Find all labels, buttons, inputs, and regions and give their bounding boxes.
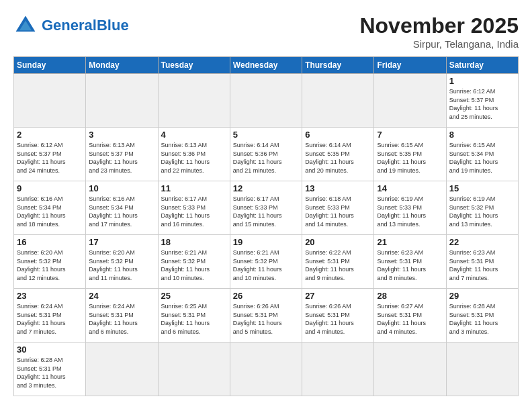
month-title: November 2025 [359,13,519,38]
day-number: 3 [89,130,154,140]
day-number: 18 [161,237,227,247]
day-number: 19 [233,237,299,247]
day-info: Sunrise: 6:12 AM Sunset: 5:37 PM Dayligh… [17,141,83,175]
day-cell: 15Sunrise: 6:19 AM Sunset: 5:32 PM Dayli… [446,181,518,235]
day-number: 11 [161,183,227,193]
logo-general: General [42,17,97,34]
day-cell: 4Sunrise: 6:13 AM Sunset: 5:36 PM Daylig… [158,128,230,181]
day-info: Sunrise: 6:14 AM Sunset: 5:36 PM Dayligh… [233,141,299,175]
day-cell: 16Sunrise: 6:20 AM Sunset: 5:32 PM Dayli… [14,235,86,289]
day-info: Sunrise: 6:21 AM Sunset: 5:32 PM Dayligh… [233,248,299,282]
header: GeneralBlue November 2025 Sirpur, Telang… [13,13,519,50]
col-header-monday: Monday [86,57,158,74]
day-number: 23 [17,291,83,301]
day-cell [158,342,230,396]
col-header-saturday: Saturday [446,57,518,74]
day-cell [446,342,518,396]
day-info: Sunrise: 6:26 AM Sunset: 5:31 PM Dayligh… [305,302,371,336]
day-number: 8 [449,130,515,140]
day-info: Sunrise: 6:15 AM Sunset: 5:34 PM Dayligh… [449,141,515,175]
day-number: 6 [305,130,371,140]
day-cell: 6Sunrise: 6:14 AM Sunset: 5:35 PM Daylig… [302,128,374,181]
day-number: 27 [305,291,371,301]
day-cell: 9Sunrise: 6:16 AM Sunset: 5:34 PM Daylig… [14,181,86,235]
calendar: SundayMondayTuesdayWednesdayThursdayFrid… [13,56,519,396]
day-cell: 13Sunrise: 6:18 AM Sunset: 5:33 PM Dayli… [302,181,374,235]
day-cell: 29Sunrise: 6:28 AM Sunset: 5:31 PM Dayli… [446,289,518,342]
day-info: Sunrise: 6:22 AM Sunset: 5:31 PM Dayligh… [305,248,371,282]
day-cell: 7Sunrise: 6:15 AM Sunset: 5:35 PM Daylig… [374,128,446,181]
calendar-header-row: SundayMondayTuesdayWednesdayThursdayFrid… [14,57,519,74]
day-info: Sunrise: 6:27 AM Sunset: 5:31 PM Dayligh… [377,302,443,336]
col-header-sunday: Sunday [14,57,86,74]
day-cell [302,342,374,396]
day-info: Sunrise: 6:12 AM Sunset: 5:37 PM Dayligh… [449,87,515,121]
day-info: Sunrise: 6:24 AM Sunset: 5:31 PM Dayligh… [89,302,154,336]
day-info: Sunrise: 6:19 AM Sunset: 5:33 PM Dayligh… [377,195,443,228]
day-number: 20 [305,237,371,247]
day-cell: 14Sunrise: 6:19 AM Sunset: 5:33 PM Dayli… [374,181,446,235]
day-cell: 27Sunrise: 6:26 AM Sunset: 5:31 PM Dayli… [302,289,374,342]
day-info: Sunrise: 6:17 AM Sunset: 5:33 PM Dayligh… [161,195,227,228]
day-cell [14,74,86,128]
day-number: 1 [449,76,515,86]
week-row-2: 2Sunrise: 6:12 AM Sunset: 5:37 PM Daylig… [14,128,519,181]
day-info: Sunrise: 6:24 AM Sunset: 5:31 PM Dayligh… [17,302,83,336]
day-info: Sunrise: 6:20 AM Sunset: 5:32 PM Dayligh… [17,248,83,282]
day-info: Sunrise: 6:28 AM Sunset: 5:31 PM Dayligh… [449,302,515,336]
day-cell: 19Sunrise: 6:21 AM Sunset: 5:32 PM Dayli… [230,235,302,289]
day-number: 9 [17,183,83,193]
day-info: Sunrise: 6:21 AM Sunset: 5:32 PM Dayligh… [161,248,227,282]
day-cell: 1Sunrise: 6:12 AM Sunset: 5:37 PM Daylig… [446,74,518,128]
day-info: Sunrise: 6:18 AM Sunset: 5:33 PM Dayligh… [305,195,371,228]
day-cell: 5Sunrise: 6:14 AM Sunset: 5:36 PM Daylig… [230,128,302,181]
day-cell: 24Sunrise: 6:24 AM Sunset: 5:31 PM Dayli… [86,289,158,342]
day-cell [230,74,302,128]
day-number: 5 [233,130,299,140]
day-number: 25 [161,291,227,301]
day-cell: 2Sunrise: 6:12 AM Sunset: 5:37 PM Daylig… [14,128,86,181]
title-block: November 2025 Sirpur, Telangana, India [359,13,519,50]
location: Sirpur, Telangana, India [359,38,519,50]
day-number: 17 [89,237,154,247]
page: GeneralBlue November 2025 Sirpur, Telang… [0,0,532,403]
day-info: Sunrise: 6:23 AM Sunset: 5:31 PM Dayligh… [377,248,443,282]
day-info: Sunrise: 6:23 AM Sunset: 5:31 PM Dayligh… [449,248,515,282]
day-cell [230,342,302,396]
day-info: Sunrise: 6:28 AM Sunset: 5:31 PM Dayligh… [17,356,83,390]
col-header-friday: Friday [374,57,446,74]
day-cell [374,342,446,396]
day-number: 16 [17,237,83,247]
logo-icon [13,13,38,38]
day-cell [86,342,158,396]
day-number: 15 [449,183,515,193]
col-header-thursday: Thursday [302,57,374,74]
week-row-6: 30Sunrise: 6:28 AM Sunset: 5:31 PM Dayli… [14,342,519,396]
day-cell: 21Sunrise: 6:23 AM Sunset: 5:31 PM Dayli… [374,235,446,289]
day-cell: 18Sunrise: 6:21 AM Sunset: 5:32 PM Dayli… [158,235,230,289]
day-cell: 11Sunrise: 6:17 AM Sunset: 5:33 PM Dayli… [158,181,230,235]
day-info: Sunrise: 6:14 AM Sunset: 5:35 PM Dayligh… [305,141,371,175]
day-cell [374,74,446,128]
col-header-tuesday: Tuesday [158,57,230,74]
logo-blue: Blue [97,17,129,34]
day-cell [302,74,374,128]
logo-text: GeneralBlue [42,17,129,34]
day-info: Sunrise: 6:20 AM Sunset: 5:32 PM Dayligh… [89,248,154,282]
week-row-5: 23Sunrise: 6:24 AM Sunset: 5:31 PM Dayli… [14,289,519,342]
day-cell: 20Sunrise: 6:22 AM Sunset: 5:31 PM Dayli… [302,235,374,289]
day-info: Sunrise: 6:26 AM Sunset: 5:31 PM Dayligh… [233,302,299,336]
week-row-4: 16Sunrise: 6:20 AM Sunset: 5:32 PM Dayli… [14,235,519,289]
week-row-1: 1Sunrise: 6:12 AM Sunset: 5:37 PM Daylig… [14,74,519,128]
day-info: Sunrise: 6:16 AM Sunset: 5:34 PM Dayligh… [89,195,154,228]
day-info: Sunrise: 6:17 AM Sunset: 5:33 PM Dayligh… [233,195,299,228]
day-number: 26 [233,291,299,301]
day-cell: 25Sunrise: 6:25 AM Sunset: 5:31 PM Dayli… [158,289,230,342]
day-number: 7 [377,130,443,140]
day-number: 30 [17,345,83,355]
day-cell: 30Sunrise: 6:28 AM Sunset: 5:31 PM Dayli… [14,342,86,396]
day-number: 22 [449,237,515,247]
day-number: 29 [449,291,515,301]
day-cell: 8Sunrise: 6:15 AM Sunset: 5:34 PM Daylig… [446,128,518,181]
day-number: 24 [89,291,154,301]
